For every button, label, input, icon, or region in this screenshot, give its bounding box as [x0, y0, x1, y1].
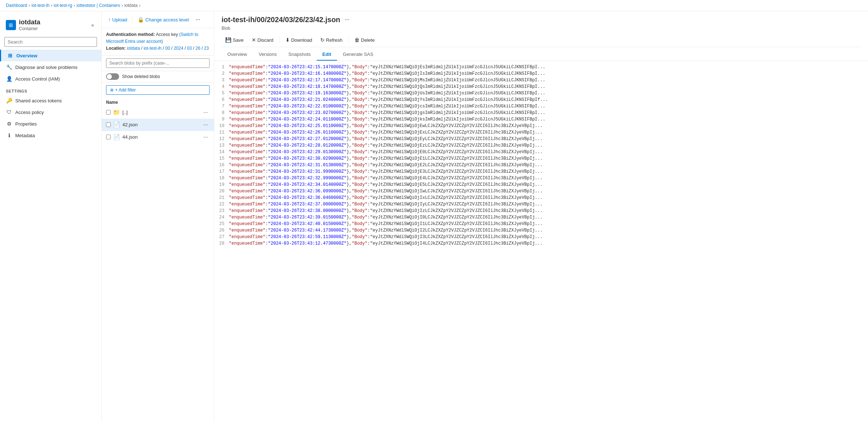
- download-label: Download: [291, 37, 312, 43]
- nav-metadata-label: Metadata: [15, 133, 35, 138]
- download-icon: ⬇: [285, 37, 290, 43]
- location-ih-link[interactable]: iot-test-ih: [143, 46, 161, 51]
- file-item-44json[interactable]: 📄 44.json ···: [102, 131, 214, 143]
- breadcrumb-iotteststor[interactable]: iotteststor | Containers: [77, 3, 120, 8]
- breadcrumb-iotdata: iotdata: [125, 3, 138, 8]
- nav-shared-access[interactable]: 🔑 Shared access tokens: [0, 95, 101, 106]
- tab-generate-sas[interactable]: Generate SAS: [337, 49, 379, 61]
- refresh-icon: ↻: [320, 37, 325, 43]
- sidebar-search-input[interactable]: [4, 37, 97, 47]
- show-deleted-container: Show deleted blobs: [102, 71, 214, 82]
- save-icon: 💾: [225, 37, 231, 43]
- folder-icon: 📁: [113, 109, 120, 116]
- line-number: 13: [214, 142, 229, 149]
- properties-icon: ⚙: [6, 121, 12, 127]
- middle-panel: ↑ Upload 🔒 Change access level ··· Authe…: [102, 11, 214, 421]
- location-00-link[interactable]: 00: [165, 46, 170, 51]
- auth-method-label: Authentication method:: [106, 32, 155, 37]
- breadcrumb-iot-test-rg[interactable]: iot-test-rg: [54, 3, 72, 8]
- line-number: 24: [214, 214, 229, 221]
- right-panel: iot-test-ih/00/2024/03/26/23/42.json ···…: [214, 11, 868, 421]
- code-line: 20"enqueuedTime":"2024-03-26T23:42:36.09…: [214, 188, 868, 195]
- line-content: "enqueuedTime":"2024-03-26T23:42:28.0120…: [229, 142, 868, 149]
- file-item-42json-more-button[interactable]: ···: [202, 121, 210, 129]
- code-line: 15"enqueuedTime":"2024-03-26T23:42:30.02…: [214, 155, 868, 162]
- line-content: "enqueuedTime":"2024-03-26T23:42:21.0240…: [229, 97, 868, 103]
- file-item-44json-more-button[interactable]: ···: [202, 133, 210, 141]
- location-03-link[interactable]: 03: [187, 46, 192, 51]
- file-item-parent-checkbox[interactable]: [106, 110, 111, 115]
- line-number: 26: [214, 227, 229, 234]
- line-number: 15: [214, 155, 229, 162]
- line-number: 17: [214, 168, 229, 175]
- location-label: Location:: [106, 46, 126, 51]
- breadcrumb-iot-test-ih[interactable]: iot-test-ih: [32, 3, 49, 8]
- nav-diagnose[interactable]: 🔧 Diagnose and solve problems: [0, 61, 101, 73]
- line-number: 8: [214, 110, 229, 116]
- save-button[interactable]: 💾 Save: [222, 35, 247, 45]
- metadata-icon: ℹ: [6, 132, 12, 138]
- refresh-label: Refresh: [326, 37, 343, 43]
- breadcrumb: Dashboard › iot-test-ih › iot-test-rg › …: [0, 0, 868, 11]
- code-line: 19"enqueuedTime":"2024-03-26T23:42:34.01…: [214, 181, 868, 188]
- change-access-button[interactable]: 🔒 Change access level: [135, 15, 191, 24]
- code-line: 6"enqueuedTime":"2024-03-26T23:42:21.024…: [214, 97, 868, 103]
- sidebar-collapse-button[interactable]: «: [90, 21, 96, 29]
- file-item-42json-checkbox[interactable]: [106, 122, 111, 127]
- add-filter-button[interactable]: ⊕ + Add filter: [106, 85, 210, 95]
- file-item-42json[interactable]: 📄 42.json ···: [102, 119, 214, 131]
- more-options-button[interactable]: ···: [194, 15, 202, 24]
- breadcrumb-dashboard[interactable]: Dashboard: [6, 3, 27, 8]
- download-button[interactable]: ⬇ Download: [282, 35, 316, 45]
- tab-snapshots[interactable]: Snapshots: [283, 49, 316, 61]
- location-26-link[interactable]: 26: [195, 46, 200, 51]
- line-content: "enqueuedTime":"2024-03-26T23:42:25.0110…: [229, 123, 868, 129]
- tab-versions[interactable]: Versions: [253, 49, 283, 61]
- location-23-link[interactable]: 23: [204, 46, 209, 51]
- code-line: 3"enqueuedTime":"2024-03-26T23:42:17.147…: [214, 77, 868, 83]
- file-item-42json-name: 42.json: [122, 122, 200, 127]
- nav-overview[interactable]: ⊞ Overview: [0, 50, 101, 61]
- nav-overview-label: Overview: [16, 53, 37, 58]
- nav-access-control[interactable]: 👤 Access Control (IAM): [0, 73, 101, 85]
- overview-icon: ⊞: [7, 53, 13, 58]
- search-blobs-input[interactable]: [106, 58, 210, 68]
- blob-subtitle: Blob: [222, 26, 861, 31]
- line-content: "enqueuedTime":"2024-03-26T23:42:32.9990…: [229, 175, 868, 181]
- delete-button[interactable]: 🗑 Delete: [351, 35, 378, 45]
- line-content: "enqueuedTime":"2024-03-26T23:42:38.0000…: [229, 208, 868, 214]
- refresh-button[interactable]: ↻ Refresh: [317, 35, 346, 45]
- line-number: 20: [214, 188, 229, 195]
- line-number: 18: [214, 175, 229, 181]
- nav-metadata[interactable]: ℹ Metadata: [0, 130, 101, 141]
- blob-more-button[interactable]: ···: [343, 15, 351, 24]
- code-line: 21"enqueuedTime":"2024-03-26T23:42:36.04…: [214, 195, 868, 201]
- location-2024-link[interactable]: 2024: [174, 46, 183, 51]
- file-42json-icon: 📄: [113, 121, 120, 128]
- tabs: Overview Versions Snapshots Edit Generat…: [222, 49, 861, 61]
- file-item-parent-more-button[interactable]: ···: [202, 109, 210, 117]
- upload-button[interactable]: ↑ Upload: [106, 15, 129, 24]
- line-number: 16: [214, 162, 229, 168]
- name-column-header: Name: [106, 100, 118, 105]
- nav-properties[interactable]: ⚙ Properties: [0, 118, 101, 130]
- line-content: "enqueuedTime":"2024-03-26T23:42:23.0270…: [229, 110, 868, 116]
- line-number: 21: [214, 195, 229, 201]
- tab-overview[interactable]: Overview: [222, 49, 253, 61]
- file-item-parent[interactable]: 📁 [..] ···: [102, 106, 214, 119]
- nav-access-policy[interactable]: 🛡 Access policy: [0, 106, 101, 118]
- nav-properties-label: Properties: [15, 121, 37, 127]
- file-item-44json-checkbox[interactable]: [106, 135, 111, 139]
- line-content: "enqueuedTime":"2024-03-26T23:42:59.1130…: [229, 234, 868, 240]
- search-blobs-container: [102, 56, 214, 71]
- code-line: 27"enqueuedTime":"2024-03-26T23:42:59.11…: [214, 234, 868, 240]
- auth-info: Authentication method: Access key (Switc…: [102, 28, 214, 56]
- show-deleted-toggle[interactable]: [106, 73, 119, 80]
- upload-label: Upload: [112, 17, 127, 23]
- tab-edit[interactable]: Edit: [317, 49, 337, 61]
- code-editor[interactable]: 1"enqueuedTime":"2024-03-26T23:42:15.147…: [214, 61, 868, 421]
- discard-button[interactable]: ✕ Discard: [248, 35, 277, 45]
- code-line: 17"enqueuedTime":"2024-03-26T23:42:31.99…: [214, 168, 868, 175]
- line-number: 6: [214, 97, 229, 103]
- location-iotdata-link[interactable]: iotdata: [127, 46, 140, 51]
